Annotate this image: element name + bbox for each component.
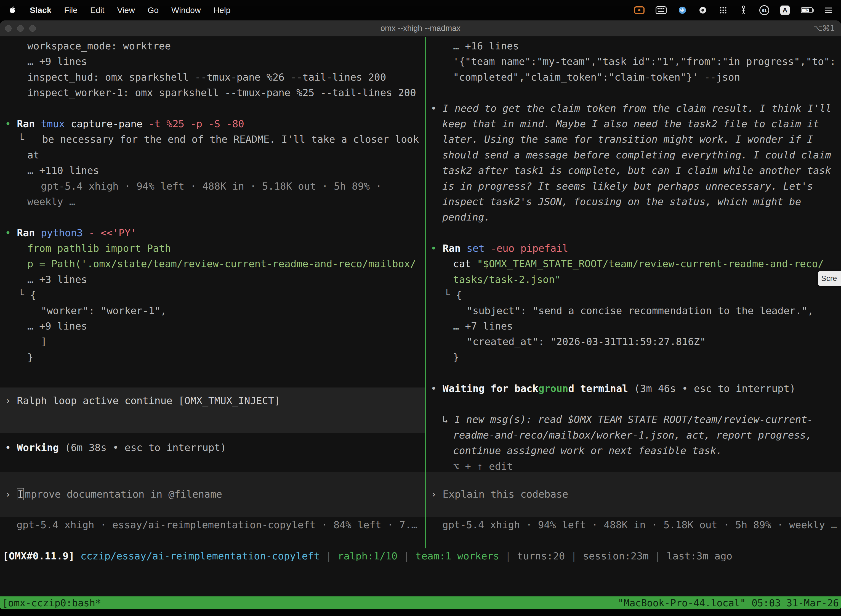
terminal-line: • Working (6m 38s • esc to interrupt) <box>0 440 425 455</box>
terminal-line: └ be necessary for the end of the README… <box>0 132 425 147</box>
terminal-line: continue assigned work or next feasible … <box>426 443 841 458</box>
window-title: omx --xhigh --madmax <box>0 24 841 33</box>
ralph-loop-banner: › Ralph loop active continue [OMX_TMUX_I… <box>0 387 425 433</box>
apple-logo[interactable] <box>8 4 17 16</box>
window-shortcut-hint: ⌥⌘1 <box>813 24 835 33</box>
terminal-line: is in progress? It seems likely but perh… <box>426 179 841 194</box>
app-circle-icon[interactable] <box>698 4 708 16</box>
terminal-line <box>426 396 841 412</box>
terminal-line: • Ran set -euo pipefail <box>426 241 841 256</box>
terminal-line: "subject": "send a concise recommendatio… <box>426 303 841 318</box>
keyboard-icon[interactable] <box>656 4 667 16</box>
menu-window[interactable]: Window <box>171 6 201 15</box>
terminal-line: … +9 lines <box>0 318 425 334</box>
gauge-value: 61 <box>762 8 767 13</box>
terminal-line: } <box>0 350 425 365</box>
tmux-session-label: [omx-cczip0:bash* <box>2 597 101 609</box>
terminal-line: ] <box>0 334 425 349</box>
terminal-line: • Ran python3 - <<'PY' <box>0 225 425 241</box>
terminal-line: … +3 lines <box>0 272 425 287</box>
battery-icon[interactable]: ⚡ <box>801 4 813 16</box>
terminal-line: should send a message before completing … <box>426 147 841 163</box>
gauge-icon[interactable]: 61 <box>759 5 769 15</box>
terminal-line: inspect_worker-1: omx sparkshell --tmux-… <box>0 85 425 100</box>
terminal-line: • I need to get the claim token from the… <box>426 101 841 116</box>
terminal-line: '{"team_name":"my-team","task_id":"1","f… <box>426 54 841 69</box>
terminal-window: omx --xhigh --madmax ⌥⌘1 workspace_mode:… <box>0 21 841 609</box>
tmux-status-bar: [omx-cczip0:bash* "MacBook-Pro-44.local"… <box>0 596 841 609</box>
terminal-line: pending. <box>426 210 841 225</box>
terminal-line: task2 after task1 is complete, but can I… <box>426 163 841 178</box>
terminal-line <box>426 85 841 100</box>
tmux-host-clock: "MacBook-Pro-44.local" 05:03 31-Mar-26 <box>618 597 839 609</box>
terminal-line <box>0 101 425 116</box>
input-source-letter: A <box>782 6 787 14</box>
terminal-line: later. Using the same for transition mig… <box>426 132 841 147</box>
zoom-window-button[interactable] <box>29 25 36 32</box>
screenshot-overlay-button[interactable]: Scre <box>818 271 841 286</box>
terminal-line <box>0 210 425 225</box>
app-blue-icon[interactable] <box>678 4 687 16</box>
terminal-line: } <box>426 350 841 365</box>
window-titlebar[interactable]: omx --xhigh --madmax ⌥⌘1 <box>0 21 841 37</box>
terminal-line: › Explain this codebase <box>426 487 841 502</box>
terminal-line: ↳ 1 new msg(s): read $OMX_TEAM_STATE_ROO… <box>426 412 841 427</box>
terminal-line: • Waiting for background terminal (3m 46… <box>426 381 841 396</box>
menu-view[interactable]: View <box>117 6 135 15</box>
terminal-line: … +9 lines <box>0 54 425 69</box>
omx-status-line: [OMX#0.11.9] cczip/essay/ai-reimplementa… <box>0 549 841 564</box>
right-terminal-pane[interactable]: … +16 lines'{"team_name":"my-team","task… <box>426 37 841 549</box>
right-prompt-input[interactable]: › Explain this codebase <box>426 472 841 517</box>
working-status: • Working (6m 38s • esc to interrupt) <box>0 440 425 455</box>
left-prompt-input[interactable]: › Improve documentation in @filename <box>0 472 425 517</box>
terminal-line <box>426 225 841 241</box>
menu-file[interactable]: File <box>64 6 77 15</box>
terminal-line: … +7 lines <box>426 318 841 334</box>
tmux-session: workspace_mode: worktree… +9 linesinspec… <box>0 37 841 609</box>
screenshot-overlay-label: Scre <box>821 274 837 283</box>
minimize-window-button[interactable] <box>17 25 24 32</box>
terminal-line: readme-and-reco/mailbox/worker-1.json, a… <box>426 427 841 443</box>
person-icon[interactable] <box>739 4 748 16</box>
terminal-line: • Ran tmux capture-pane -t %25 -p -S -80 <box>0 116 425 132</box>
terminal-line: › Ralph loop active continue [OMX_TMUX_I… <box>0 393 425 408</box>
terminal-line: tasks/task-2.json" <box>426 272 841 287</box>
terminal-line: at <box>0 147 425 163</box>
menu-bar: Slack File Edit View Go Window Help <box>0 0 841 21</box>
left-terminal-pane[interactable]: workspace_mode: worktree… +9 linesinspec… <box>0 37 425 549</box>
terminal-line: from pathlib import Path <box>0 241 425 256</box>
menu-help[interactable]: Help <box>214 6 231 15</box>
terminal-line: workspace_mode: worktree <box>0 38 425 54</box>
terminal-line: "created_at": "2026-03-31T11:59:27.816Z" <box>426 334 841 349</box>
terminal-line: … +16 lines <box>426 38 841 54</box>
desktop-screen: Slack File Edit View Go Window Help <box>0 0 841 616</box>
screen-recording-icon[interactable] <box>634 4 645 16</box>
terminal-line: p = Path('.omx/state/team/review-current… <box>0 256 425 271</box>
terminal-line: inspect_hud: omx sparkshell --tmux-pane … <box>0 70 425 85</box>
input-source-icon[interactable]: A <box>780 6 790 15</box>
terminal-line: gpt-5.4 xhigh · 94% left · 488K in · 5.1… <box>426 517 841 532</box>
terminal-line: [OMX#0.11.9] cczip/essay/ai-reimplementa… <box>0 549 841 564</box>
terminal-line <box>426 365 841 381</box>
terminal-line: weekly … <box>0 194 425 210</box>
terminal-line: … +110 lines <box>0 163 425 178</box>
terminal-line: └ { <box>426 287 841 303</box>
close-window-button[interactable] <box>5 25 12 32</box>
terminal-line: gpt-5.4 xhigh · essay/ai-reimplementatio… <box>0 517 425 532</box>
left-pane-output: workspace_mode: worktree… +9 linesinspec… <box>0 38 425 365</box>
menu-edit[interactable]: Edit <box>90 6 105 15</box>
terminal-line: keep that in mind. Maybe I also need the… <box>426 116 841 132</box>
terminal-line: gpt-5.4 xhigh · 94% left · 488K in · 5.1… <box>0 179 425 194</box>
terminal-line: └ { <box>0 287 425 303</box>
terminal-line: "completed","claim_token":"claim-token"}… <box>426 70 841 85</box>
dots-grid-icon[interactable] <box>718 4 728 16</box>
menu-go[interactable]: Go <box>148 6 159 15</box>
right-session-stats: gpt-5.4 xhigh · 94% left · 488K in · 5.1… <box>426 517 841 532</box>
active-app-name[interactable]: Slack <box>30 6 51 15</box>
terminal-line: › Improve documentation in @filename <box>0 487 425 502</box>
left-session-stats: gpt-5.4 xhigh · essay/ai-reimplementatio… <box>0 517 425 532</box>
right-pane-output: … +16 lines'{"team_name":"my-team","task… <box>426 38 841 474</box>
terminal-line: cat "$OMX_TEAM_STATE_ROOT/team/review-cu… <box>426 256 841 271</box>
menu-lines-icon[interactable] <box>824 4 833 16</box>
terminal-line: "worker": "worker-1", <box>0 303 425 318</box>
